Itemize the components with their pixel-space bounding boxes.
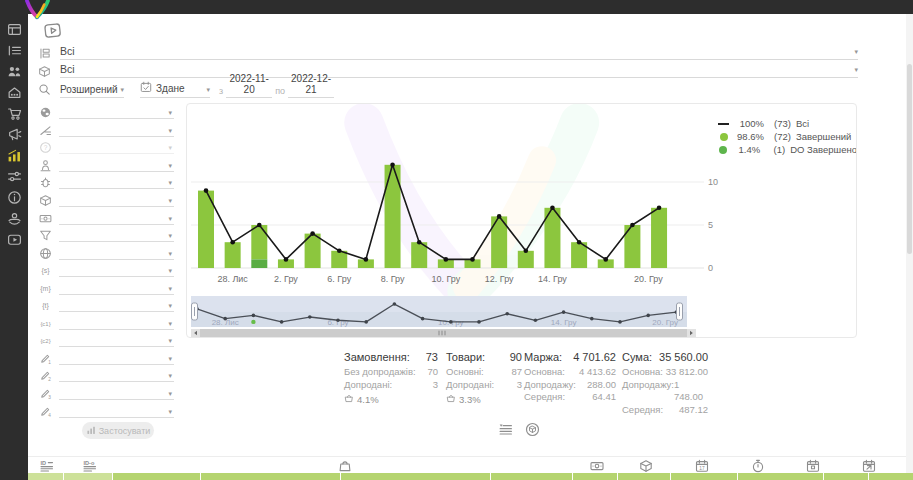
filter-row-12: {t}▾ xyxy=(38,297,174,315)
cart-icon xyxy=(7,106,22,125)
legend-item-2[interactable]: 98.6%(72)Завершений xyxy=(715,130,857,143)
support-icon xyxy=(7,211,22,230)
filter-select-16[interactable]: ▾ xyxy=(59,369,174,382)
department-icon xyxy=(38,47,52,60)
svg-text:2. Гру: 2. Гру xyxy=(274,274,298,284)
filter-row-9: ▾ xyxy=(38,244,174,262)
filter-select-10[interactable]: ▾ xyxy=(59,264,174,277)
brush-scrollbar[interactable] xyxy=(191,329,696,337)
company-icon xyxy=(7,85,22,104)
filter-select-5[interactable]: ▾ xyxy=(59,176,174,189)
table-header-strip xyxy=(28,473,913,480)
rail-item-marketing[interactable] xyxy=(0,126,28,147)
table-header-divider xyxy=(200,473,201,480)
rail-item-cart[interactable] xyxy=(0,105,28,126)
brush-chart[interactable]: 28. Лис6. Гру10. Гру14. Гру20. Гру xyxy=(187,294,857,338)
legend-line-swatch xyxy=(718,123,729,125)
page-scrollbar-thumb[interactable] xyxy=(907,64,912,254)
table-header-divider xyxy=(572,473,573,480)
legend-percent: 100% xyxy=(732,118,764,129)
brush-handle-left[interactable] xyxy=(192,303,198,320)
rail-item-orders[interactable] xyxy=(0,42,28,63)
funnel-icon xyxy=(38,229,53,242)
filter-select-7[interactable]: ▾ xyxy=(59,212,174,225)
demo-video-button[interactable] xyxy=(43,21,62,38)
svg-text:8. Гру: 8. Гру xyxy=(381,274,405,284)
date-from-input[interactable]: 2022-11-20 xyxy=(226,73,272,98)
filter-row-13: {c1}▾ xyxy=(38,315,174,333)
filter-select-4[interactable]: ▾ xyxy=(59,159,174,172)
filter-select-8[interactable]: ▾ xyxy=(59,229,174,242)
chevron-down-icon: ▾ xyxy=(168,126,172,136)
rail-item-dashboard[interactable] xyxy=(0,21,28,42)
rail-item-statistics[interactable] xyxy=(0,147,28,168)
filter-select-15[interactable]: ▾ xyxy=(59,352,174,365)
stat-sub-value: 288.00 xyxy=(587,379,616,392)
cube-view-button[interactable] xyxy=(525,422,540,441)
legend-item-1[interactable]: 100%(73)Всі xyxy=(715,117,857,130)
chevron-down-icon: ▾ xyxy=(120,85,124,95)
apply-chart-icon xyxy=(86,425,96,437)
filter-row-14: {c2}▾ xyxy=(38,332,174,350)
legend-dot-swatch xyxy=(719,146,727,154)
stat-sub-value: 70 xyxy=(427,366,438,379)
filter-select-6[interactable]: ▾ xyxy=(59,194,174,207)
rail-item-video[interactable] xyxy=(0,231,28,252)
svg-text:28. Лис: 28. Лис xyxy=(217,274,248,284)
help-icon: ? xyxy=(38,141,53,154)
search-icon xyxy=(38,83,52,96)
rail-item-clients[interactable] xyxy=(0,63,28,84)
apply-button[interactable]: Застосувати xyxy=(82,422,154,439)
product-icon xyxy=(38,65,52,78)
filter-row-2: ▾ xyxy=(38,122,174,140)
stat-sub-label: Середня: xyxy=(524,391,565,404)
product-icon xyxy=(38,194,53,207)
svg-text:4: 4 xyxy=(48,412,51,417)
stats-column-2: Товари:90Основні:87Допродані:33.3% xyxy=(446,351,522,416)
table-header-divider xyxy=(737,473,738,480)
product-select[interactable]: Всі ▾ xyxy=(60,63,858,78)
table-header-divider xyxy=(490,473,491,480)
filter-select-3[interactable]: ▾ xyxy=(59,141,174,154)
rail-item-settings[interactable] xyxy=(0,168,28,189)
date-field-select[interactable]: Здане ▾ xyxy=(140,81,210,98)
filter-select-17[interactable]: ▾ xyxy=(59,387,174,400)
rail-item-company[interactable] xyxy=(0,84,28,105)
legend-percent: 1.4% xyxy=(731,144,761,155)
brush-handle-right[interactable] xyxy=(677,303,683,320)
legend-label: DO Завершено xyxy=(785,144,857,155)
filter-select-1[interactable]: ▾ xyxy=(59,106,174,119)
filter-select-2[interactable]: ▾ xyxy=(59,124,174,137)
stat-sub-value: 3 xyxy=(433,379,438,392)
stat-sub-label: Без допродажів: xyxy=(344,366,416,379)
svg-text:20. Гру: 20. Гру xyxy=(652,318,678,327)
chevron-down-icon: ▾ xyxy=(168,266,172,276)
filter-select-11[interactable]: ▾ xyxy=(59,282,174,295)
stat-value: 4 701.62 xyxy=(573,351,616,363)
chevron-down-icon: ▾ xyxy=(168,214,172,224)
date-to-input[interactable]: 2022-12-21 xyxy=(288,73,334,98)
filter-select-9[interactable]: ▾ xyxy=(59,247,174,260)
rail-item-info[interactable] xyxy=(0,189,28,210)
stat-title: Сума: xyxy=(622,351,652,363)
filter-select-14[interactable]: ▾ xyxy=(59,334,174,347)
search-mode-select[interactable]: Розширений ▾ xyxy=(60,84,124,98)
filter-row-17: 3▾ xyxy=(38,385,174,403)
levels-icon xyxy=(38,124,53,137)
utm-source-icon: {s} xyxy=(38,264,53,277)
legend-label: Всі xyxy=(791,118,809,129)
legend-item-3[interactable]: 1.4%(1)DO Завершено xyxy=(715,143,857,156)
stat-sub-label: Допродані: xyxy=(344,379,392,392)
filter-select-18[interactable]: ▾ xyxy=(59,405,174,418)
app-logo[interactable] xyxy=(22,0,52,20)
department-select[interactable]: Всі ▾ xyxy=(60,45,858,60)
rail-item-support[interactable] xyxy=(0,210,28,231)
stat-sub-label: Допродажу: xyxy=(524,379,576,392)
table-header-cell xyxy=(28,473,112,480)
svg-text:{t}: {t} xyxy=(42,302,49,310)
custom-field-3-icon: 3 xyxy=(38,387,53,400)
video-icon xyxy=(7,232,22,251)
filter-select-12[interactable]: ▾ xyxy=(59,299,174,312)
list-view-button[interactable] xyxy=(498,422,513,441)
filter-select-13[interactable]: ▾ xyxy=(59,317,174,330)
